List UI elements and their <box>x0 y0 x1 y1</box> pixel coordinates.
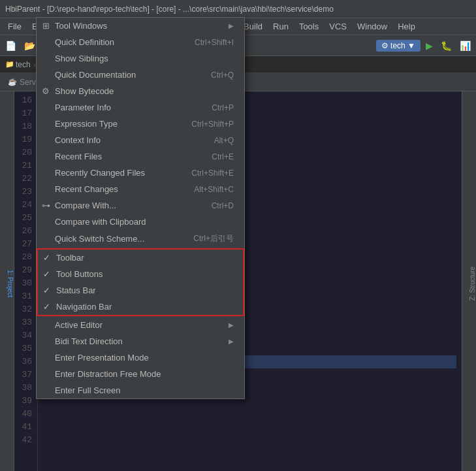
compare-icon: ⊶ <box>40 201 51 211</box>
menu-active-editor[interactable]: Active Editor <box>37 317 244 333</box>
menu-recently-changed-files[interactable]: Recently Changed Files Ctrl+Shift+E <box>37 165 244 181</box>
navigation-bar-checkmark: ✓ <box>43 302 50 312</box>
menu-distraction-free[interactable]: Enter Distraction Free Mode <box>37 366 244 382</box>
menu-navigation-bar[interactable]: ✓ Navigation Bar <box>38 299 243 315</box>
menu-tool-buttons[interactable]: ✓ Tool Buttons <box>38 266 243 282</box>
toolbar-checkmark: ✓ <box>43 253 50 263</box>
view-dropdown-menu: ⊞ Tool Windows Quick Definition Ctrl+Shi… <box>36 17 245 399</box>
menu-overlay[interactable]: ⊞ Tool Windows Quick Definition Ctrl+Shi… <box>0 0 476 471</box>
menu-compare-clipboard[interactable]: Compare with Clipboard <box>37 214 244 230</box>
menu-context-info[interactable]: Context Info Alt+Q <box>37 132 244 148</box>
bytecode-icon: ⚙ <box>40 86 51 97</box>
menu-bidi-text[interactable]: Bidi Text Direction <box>37 333 244 349</box>
menu-recent-changes[interactable]: Recent Changes Alt+Shift+C <box>37 181 244 197</box>
menu-show-bytecode[interactable]: ⚙ Show Bytecode <box>37 83 244 99</box>
menu-toolbar[interactable]: ✓ Toolbar <box>38 250 243 266</box>
menu-show-siblings[interactable]: Show Siblings <box>37 50 244 67</box>
menu-recent-files[interactable]: Recent Files Ctrl+E <box>37 148 244 165</box>
checked-section: ✓ Toolbar ✓ Tool Buttons ✓ Status Bar ✓ … <box>37 248 244 316</box>
menu-quick-documentation[interactable]: Quick Documentation Ctrl+Q <box>37 67 244 83</box>
tool-windows-icon: ⊞ <box>40 21 51 31</box>
menu-presentation-mode[interactable]: Enter Presentation Mode <box>37 349 244 366</box>
menu-compare-with[interactable]: ⊶ Compare With... Ctrl+D <box>37 197 244 214</box>
menu-status-bar[interactable]: ✓ Status Bar <box>38 282 243 299</box>
menu-full-screen[interactable]: Enter Full Screen <box>37 382 244 398</box>
status-bar-checkmark: ✓ <box>43 285 50 295</box>
menu-parameter-info[interactable]: Parameter Info Ctrl+P <box>37 99 244 116</box>
menu-expression-type[interactable]: Expression Type Ctrl+Shift+P <box>37 116 244 132</box>
tool-buttons-checkmark: ✓ <box>43 269 50 279</box>
menu-quick-switch[interactable]: Quick Switch Scheme... Ctrl+后引号 <box>37 230 244 248</box>
menu-quick-definition[interactable]: Quick Definition Ctrl+Shift+I <box>37 34 244 50</box>
menu-tool-windows[interactable]: ⊞ Tool Windows <box>37 18 244 34</box>
